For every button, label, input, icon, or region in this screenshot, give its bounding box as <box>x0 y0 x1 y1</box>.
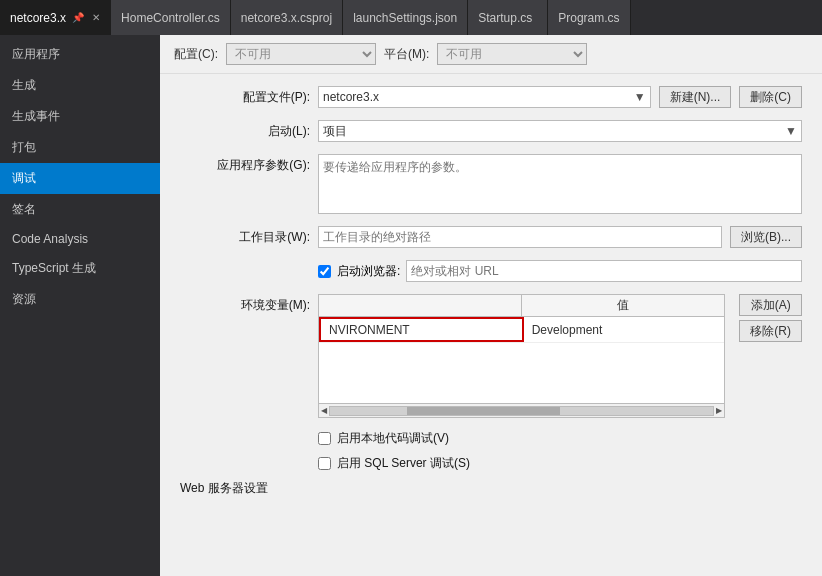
browser-spacer <box>180 270 310 273</box>
launch-label: 启动(L): <box>180 120 310 140</box>
env-label: 环境变量(M): <box>180 294 310 314</box>
platform-select[interactable]: 不可用 <box>437 43 587 65</box>
browser-label: 启动浏览器: <box>337 263 400 280</box>
pin-icon: 📌 <box>72 12 84 23</box>
tab-netcore3x[interactable]: netcore3.x 📌 ✕ <box>0 0 111 35</box>
native-debug-label: 启用本地代码调试(V) <box>337 430 449 447</box>
tab-csproj[interactable]: netcore3.x.csproj <box>231 0 343 35</box>
sidebar-item-pack[interactable]: 打包 <box>0 132 160 163</box>
config-select[interactable]: 不可用 <box>226 43 376 65</box>
remove-button[interactable]: 移除(R) <box>739 320 802 342</box>
sidebar-item-resources[interactable]: 资源 <box>0 284 160 315</box>
tab-label: Program.cs <box>558 11 619 25</box>
sidebar-item-typescript[interactable]: TypeScript 生成 <box>0 253 160 284</box>
form-area: 配置文件(P): netcore3.x ▼ 新建(N)... 删除(C) 启动(… <box>160 74 822 515</box>
browse-button[interactable]: 浏览(B)... <box>730 226 802 248</box>
tab-label: Startup.cs <box>478 11 532 25</box>
env-col-name-header <box>319 295 522 316</box>
sidebar-item-sign[interactable]: 签名 <box>0 194 160 225</box>
sql-debug-label: 启用 SQL Server 调试(S) <box>337 455 470 472</box>
args-row: 应用程序参数(G): <box>180 154 802 214</box>
tab-bar: netcore3.x 📌 ✕ HomeController.cs netcore… <box>0 0 822 35</box>
add-button[interactable]: 添加(A) <box>739 294 802 316</box>
env-table-row-1[interactable]: NVIRONMENT Development <box>319 317 724 343</box>
sql-debug-checkbox[interactable] <box>318 457 331 470</box>
sql-debug-row: 启用 SQL Server 调试(S) <box>318 455 802 472</box>
env-empty-area <box>319 343 724 403</box>
dropdown-arrow: ▼ <box>634 90 646 104</box>
delete-button[interactable]: 删除(C) <box>739 86 802 108</box>
native-debug-row: 启用本地代码调试(V) <box>318 430 802 447</box>
profile-dropdown[interactable]: netcore3.x ▼ <box>318 86 651 108</box>
workdir-label: 工作目录(W): <box>180 226 310 246</box>
workdir-input[interactable] <box>318 226 722 248</box>
sidebar-item-debug[interactable]: 调试 <box>0 163 160 194</box>
env-table-header: 值 <box>319 295 724 317</box>
profile-label: 配置文件(P): <box>180 86 310 106</box>
env-buttons: 添加(A) 移除(R) <box>739 294 802 342</box>
sidebar: 应用程序 生成 生成事件 打包 调试 签名 Code Analysis Type… <box>0 35 160 576</box>
scroll-thumb <box>407 407 560 415</box>
tab-label: HomeController.cs <box>121 11 220 25</box>
platform-label: 平台(M): <box>384 46 429 63</box>
env-name-cell[interactable]: NVIRONMENT <box>319 317 524 342</box>
tab-label: netcore3.x <box>10 11 66 25</box>
sidebar-item-code-analysis[interactable]: Code Analysis <box>0 225 160 253</box>
tab-launchsettings[interactable]: launchSettings.json <box>343 0 468 35</box>
tab-label: netcore3.x.csproj <box>241 11 332 25</box>
launch-value: 项目 <box>323 123 347 140</box>
scroll-right-icon[interactable]: ▶ <box>716 406 722 415</box>
launch-dropdown[interactable]: 项目 ▼ <box>318 120 802 142</box>
workdir-row: 工作目录(W): 浏览(B)... <box>180 226 802 248</box>
native-debug-checkbox[interactable] <box>318 432 331 445</box>
scroll-track[interactable] <box>329 406 714 416</box>
args-label: 应用程序参数(G): <box>180 154 310 174</box>
new-button[interactable]: 新建(N)... <box>659 86 732 108</box>
env-col-value-header: 值 <box>522 295 724 316</box>
sidebar-item-build-events[interactable]: 生成事件 <box>0 101 160 132</box>
sidebar-item-build[interactable]: 生成 <box>0 70 160 101</box>
env-value-cell[interactable]: Development <box>524 317 725 342</box>
config-label: 配置(C): <box>174 46 218 63</box>
config-row: 配置(C): 不可用 平台(M): 不可用 <box>160 35 822 74</box>
env-table: 值 NVIRONMENT Development <box>318 294 725 418</box>
sidebar-item-app[interactable]: 应用程序 <box>0 39 160 70</box>
tab-label: launchSettings.json <box>353 11 457 25</box>
launch-row: 启动(L): 项目 ▼ <box>180 120 802 142</box>
tab-homecontroller[interactable]: HomeController.cs <box>111 0 231 35</box>
env-row: 环境变量(M): 值 NVIRONMENT <box>180 294 802 418</box>
tab-close-btn[interactable]: ✕ <box>92 12 100 23</box>
launch-arrow: ▼ <box>785 124 797 138</box>
browser-row: 启动浏览器: <box>180 260 802 282</box>
profile-row: 配置文件(P): netcore3.x ▼ 新建(N)... 删除(C) <box>180 86 802 108</box>
main-layout: 应用程序 生成 生成事件 打包 调试 签名 Code Analysis Type… <box>0 35 822 576</box>
scroll-left-icon[interactable]: ◀ <box>321 406 327 415</box>
web-server-heading: Web 服务器设置 <box>180 480 802 497</box>
content-area: 配置(C): 不可用 平台(M): 不可用 配置文件(P): netcore3.… <box>160 35 822 576</box>
tab-program[interactable]: Program.cs <box>548 0 630 35</box>
env-scroll-bar[interactable]: ◀ ▶ <box>319 403 724 417</box>
profile-value: netcore3.x <box>323 90 379 104</box>
args-textarea[interactable] <box>318 154 802 214</box>
tab-startup[interactable]: Startup.cs <box>468 0 548 35</box>
browser-checkbox[interactable] <box>318 265 331 278</box>
browser-url-input[interactable] <box>406 260 802 282</box>
